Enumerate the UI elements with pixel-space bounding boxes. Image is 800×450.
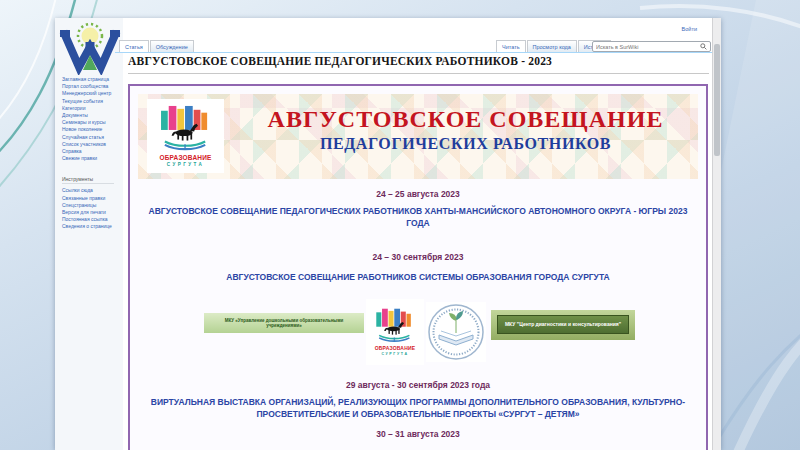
partner-banner-diagnostics-label[interactable]: МКУ "Центр диагностики и консультировани… (497, 315, 629, 334)
sidebar-tool-link[interactable]: Ссылки сюда (62, 187, 120, 194)
sidebar-tool-link[interactable]: Спецстраницы (62, 202, 120, 209)
tab-divider-line (115, 52, 721, 53)
event-date: 24 – 30 сентября 2023 (138, 252, 698, 262)
books-horse-book-icon (373, 308, 417, 344)
sidebar-link[interactable]: Менеджерский центр (62, 90, 120, 97)
partner-banner-diagnostics[interactable]: МКУ "Центр диагностики и консультировани… (491, 310, 635, 340)
banner-titles: АВГУСТОВСКОЕ СОВЕЩАНИЕ ПЕДАГОГИЧЕСКИХ РА… (233, 107, 698, 153)
sidebar-tool-link[interactable]: Постоянная ссылка (62, 216, 120, 223)
imc-round-logo-icon (427, 303, 485, 361)
title-underline (128, 73, 709, 74)
event-banner: ОБРАЗОВАНИЕ СУРГУТА АВГУСТОВСКОЕ СОВЕЩАН… (138, 94, 698, 179)
event-date: 30 – 31 августа 2023 (138, 429, 698, 439)
sidebar-link[interactable]: Портал сообщества (62, 83, 120, 90)
page-title: АВГУСТОВСКОЕ СОВЕЩАНИЕ ПЕДАГОГИЧЕСКИХ РА… (128, 55, 552, 67)
partners-row: МКУ «Управление дошкольными образователь… (138, 299, 698, 367)
search-icon[interactable] (700, 43, 707, 50)
sidebar-link[interactable]: Справка (62, 148, 120, 155)
event-date: 29 августа - 30 сентября 2023 года (138, 380, 698, 390)
sidebar-tools-header: Инструменты (62, 176, 114, 184)
event-link[interactable]: ВИРТУАЛЬНАЯ ВЫСТАВКА ОРГАНИЗАЦИЙ, РЕАЛИЗ… (146, 396, 691, 421)
tab-article[interactable]: Статья (119, 40, 149, 53)
logo-text-line2: СУРГУТА (167, 162, 204, 167)
sidebar-link[interactable]: Свежие правки (62, 155, 120, 162)
obrazovanie-surguta-logo: ОБРАЗОВАНИЕ СУРГУТА (366, 299, 424, 365)
search-input[interactable] (596, 44, 700, 50)
tab-discussion[interactable]: Обсуждение (150, 40, 194, 53)
logo-text-line1: ОБРАЗОВАНИЕ (375, 345, 416, 351)
event-date: 24 – 25 августа 2023 (138, 189, 698, 199)
event-link[interactable]: АВГУСТОВСКОЕ СОВЕЩАНИЕ ПЕДАГОГИЧЕСКИХ РА… (138, 205, 698, 230)
slide-background: Войти Статья Обсуждение Читать Просмотр … (0, 0, 800, 450)
scrollbar[interactable] (712, 18, 721, 450)
wiki-window: Войти Статья Обсуждение Читать Просмотр … (55, 18, 721, 450)
obrazovanie-surguta-logo: ОБРАЗОВАНИЕ СУРГУТА (147, 99, 224, 173)
logo-text-line1: ОБРАЗОВАНИЕ (159, 154, 211, 161)
imc-round-logo (426, 302, 486, 362)
surwiki-logo-icon[interactable] (59, 21, 121, 75)
sidebar-link[interactable]: Документы (62, 112, 120, 119)
sidebar-link[interactable]: Текущие события (62, 98, 120, 105)
page-tabs: Статья Обсуждение (119, 39, 195, 52)
event-link[interactable]: ПЕДАГОГИЧЕСКИЕ СОВЕТЫ В ОБРАЗОВАТЕЛЬНЫХ … (138, 447, 698, 450)
banner-title-line2: ПЕДАГОГИЧЕСКИХ РАБОТНИКОВ (233, 135, 698, 153)
sidebar-link[interactable]: Семинары и курсы (62, 119, 120, 126)
tab-read[interactable]: Читать (496, 40, 526, 53)
banner-title-line1: АВГУСТОВСКОЕ СОВЕЩАНИЕ (233, 107, 698, 132)
sidebar-link[interactable]: Заглавная страница (62, 76, 120, 83)
sidebar-link[interactable]: Случайная статья (62, 134, 120, 141)
sidebar-tool-link[interactable]: Сведения о странице (62, 223, 120, 230)
sidebar-link[interactable]: Новое поколение (62, 126, 120, 133)
sidebar-tool-link[interactable]: Версия для печати (62, 209, 120, 216)
sidebar: Заглавная страница Портал сообщества Мен… (62, 76, 120, 231)
partner-banner-preschool[interactable]: МКУ «Управление дошкольными образователь… (204, 313, 364, 333)
tab-view-source[interactable]: Просмотр кода (527, 40, 577, 53)
sidebar-tool-link[interactable]: Связанные правки (62, 195, 120, 202)
login-link[interactable]: Войти (682, 26, 697, 32)
content-box: ОБРАЗОВАНИЕ СУРГУТА АВГУСТОВСКОЕ СОВЕЩАН… (128, 84, 708, 450)
sidebar-link[interactable]: Категории (62, 105, 120, 112)
books-horse-book-icon (157, 105, 215, 153)
sidebar-link[interactable]: Список участников (62, 141, 120, 148)
logo-text-line2: СУРГУТА (381, 352, 408, 356)
scrollbar-thumb[interactable] (714, 44, 720, 156)
event-link[interactable]: АВГУСТОВСКОЕ СОВЕЩАНИЕ РАБОТНИКОВ СИСТЕМ… (138, 271, 698, 283)
search-box[interactable] (592, 41, 711, 52)
